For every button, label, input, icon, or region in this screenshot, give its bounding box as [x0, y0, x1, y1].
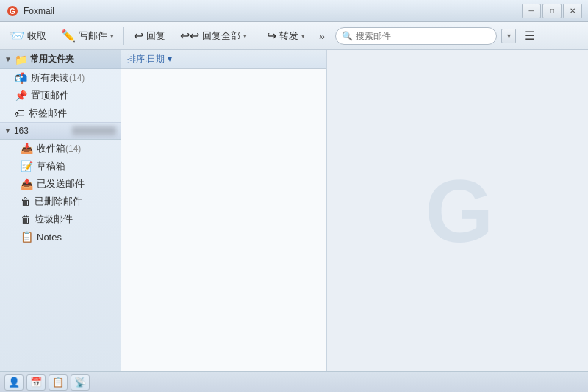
- sidebar-item-pinned[interactable]: 📌 置顶邮件: [0, 87, 121, 104]
- main-area: ▼ 📁 常用文件夹 📬 所有未读 (14) 📌 置顶邮件 🏷 标签邮件 ▼ 16…: [0, 50, 588, 371]
- receive-button[interactable]: 📨 收取: [3, 25, 53, 47]
- window-controls: ─ □ ✕: [522, 4, 582, 18]
- reply-button[interactable]: ↩ 回复: [127, 25, 172, 47]
- note-icon: 📋: [52, 377, 64, 388]
- common-folders-label: 常用文件夹: [30, 53, 74, 65]
- search-icon: 🔍: [342, 31, 353, 41]
- menu-icon: ☰: [524, 29, 534, 43]
- menu-button[interactable]: ☰: [519, 26, 539, 46]
- window-title: Foxmail: [24, 6, 522, 16]
- close-button[interactable]: ✕: [563, 4, 582, 18]
- account-section: ▼ 163 📥 收件箱 (14) 📝 草稿箱 📤: [0, 122, 121, 246]
- all-unread-icon: 📬: [15, 72, 27, 84]
- all-unread-label: 所有未读: [31, 71, 69, 85]
- forward-arrow-icon: ▾: [301, 32, 305, 40]
- search-box: 🔍: [335, 27, 497, 45]
- sidebar-item-junk[interactable]: 🗑 垃圾邮件: [0, 210, 121, 228]
- common-folders-header[interactable]: ▼ 📁 常用文件夹: [0, 50, 121, 69]
- reply-icon: ↩: [134, 29, 143, 43]
- search-expand-button[interactable]: ▾: [501, 29, 516, 43]
- reply-label: 回复: [146, 29, 165, 43]
- sidebar-item-deleted[interactable]: 🗑 已删除邮件: [0, 193, 121, 210]
- receive-label: 收取: [27, 29, 46, 43]
- inbox-label: 收件箱: [37, 142, 65, 155]
- account-name: 163: [14, 126, 72, 136]
- drafts-icon: 📝: [21, 160, 33, 172]
- preview-pane: G: [327, 50, 588, 371]
- sidebar-item-inbox[interactable]: 📥 收件箱 (14): [0, 140, 121, 157]
- sort-arrow-icon: ▾: [168, 54, 172, 64]
- sent-label: 已发送邮件: [37, 177, 85, 190]
- forward-button[interactable]: ↪ 转发 ▾: [260, 25, 312, 47]
- deleted-icon: 🗑: [21, 196, 31, 207]
- compose-icon: ✏️: [61, 29, 76, 43]
- toolbar-divider-2: [257, 27, 257, 45]
- tagged-label: 标签邮件: [29, 107, 67, 120]
- tagged-icon: 🏷: [15, 107, 25, 119]
- sidebar: ▼ 📁 常用文件夹 📬 所有未读 (14) 📌 置顶邮件 🏷 标签邮件 ▼ 16…: [0, 50, 121, 371]
- junk-icon: 🗑: [21, 213, 31, 225]
- foxmail-watermark: G: [425, 160, 490, 262]
- status-bar: 👤 📅 📋 📡: [0, 371, 588, 392]
- notes-label: Notes: [37, 232, 62, 243]
- email-list-header: 排序:日期 ▾: [121, 50, 326, 69]
- maximize-button[interactable]: □: [542, 4, 562, 18]
- reply-all-label: 回复全部: [202, 29, 240, 43]
- deleted-label: 已删除邮件: [35, 195, 82, 208]
- more-label: »: [319, 30, 325, 42]
- common-folders-icon: 📁: [15, 54, 27, 65]
- notes-icon: 📋: [21, 231, 33, 243]
- reply-all-arrow-icon: ▾: [243, 32, 247, 40]
- compose-label: 写邮件: [79, 29, 107, 43]
- sidebar-item-sent[interactable]: 📤 已发送邮件: [0, 175, 121, 193]
- sidebar-item-drafts[interactable]: 📝 草稿箱: [0, 157, 121, 175]
- sort-text: 排序:日期: [127, 54, 165, 64]
- calendar-icon: 📅: [30, 377, 42, 388]
- note-button[interactable]: 📋: [49, 374, 68, 391]
- reply-all-icon: ↩↩: [180, 29, 199, 43]
- toolbar-divider-1: [123, 27, 124, 45]
- sidebar-item-all-unread[interactable]: 📬 所有未读 (14): [0, 69, 121, 87]
- more-button[interactable]: »: [313, 27, 331, 45]
- person-icon: 👤: [8, 377, 20, 388]
- sidebar-item-tagged[interactable]: 🏷 标签邮件: [0, 104, 121, 122]
- receive-icon: 📨: [10, 29, 24, 43]
- app-icon: G: [6, 4, 19, 18]
- minimize-button[interactable]: ─: [522, 4, 541, 18]
- sidebar-item-notes[interactable]: 📋 Notes: [0, 228, 121, 246]
- compose-button[interactable]: ✏️ 写邮件 ▾: [54, 25, 121, 47]
- junk-label: 垃圾邮件: [35, 213, 73, 226]
- email-list-body: [121, 69, 326, 371]
- title-bar: G Foxmail ─ □ ✕: [0, 0, 588, 22]
- compose-arrow-icon: ▾: [110, 32, 114, 40]
- all-unread-badge: (14): [69, 73, 85, 83]
- person-button[interactable]: 👤: [4, 374, 24, 391]
- reply-all-button[interactable]: ↩↩ 回复全部 ▾: [173, 25, 254, 47]
- toolbar: 📨 收取 ✏️ 写邮件 ▾ ↩ 回复 ↩↩ 回复全部 ▾ ↪ 转发 ▾ » 🔍 …: [0, 22, 588, 50]
- rss-button[interactable]: 📡: [71, 374, 90, 391]
- email-list-pane: 排序:日期 ▾: [121, 50, 327, 371]
- pinned-label: 置顶邮件: [31, 89, 69, 102]
- account-arrow-icon: ▼: [4, 127, 11, 135]
- search-input[interactable]: [356, 31, 490, 41]
- rss-icon: 📡: [74, 377, 86, 388]
- common-folders-arrow-icon: ▼: [4, 55, 12, 63]
- forward-icon: ↪: [267, 29, 276, 43]
- svg-text:G: G: [10, 7, 15, 15]
- account-items: 📥 收件箱 (14) 📝 草稿箱 📤 已发送邮件 🗑 已删除邮件: [0, 140, 121, 246]
- calendar-button[interactable]: 📅: [26, 374, 46, 391]
- account-header[interactable]: ▼ 163: [0, 122, 121, 140]
- sent-icon: 📤: [21, 178, 33, 190]
- inbox-badge: (14): [65, 143, 81, 154]
- account-email-blurred: [72, 126, 116, 135]
- sort-label[interactable]: 排序:日期 ▾: [127, 53, 172, 65]
- drafts-label: 草稿箱: [37, 160, 65, 173]
- inbox-icon: 📥: [21, 143, 33, 154]
- forward-label: 转发: [279, 29, 298, 43]
- pinned-icon: 📌: [15, 90, 27, 101]
